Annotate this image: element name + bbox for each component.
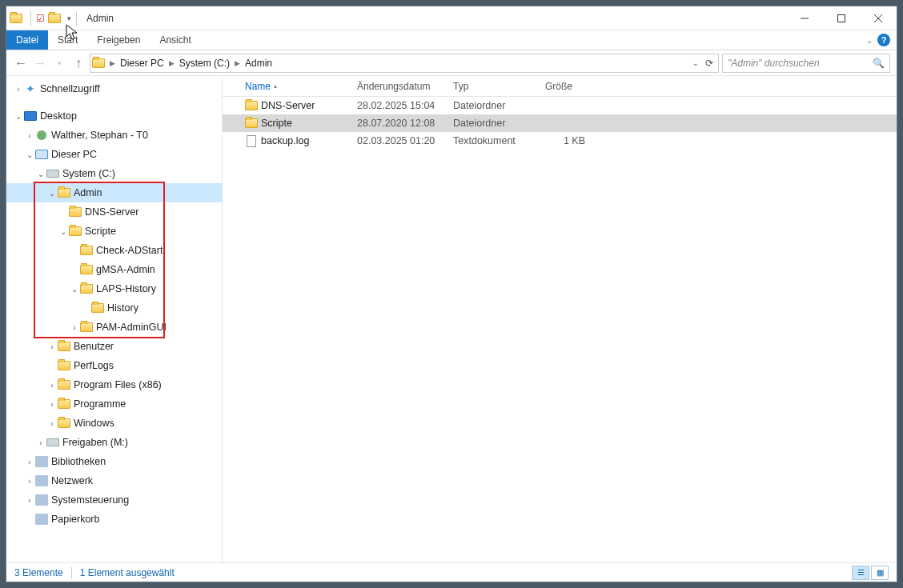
expander-icon[interactable]: ⌄ <box>46 189 58 198</box>
folder-icon <box>58 398 70 410</box>
back-button[interactable]: ← <box>13 55 29 71</box>
close-button[interactable] <box>860 6 897 30</box>
file-list[interactable]: DNS-Server28.02.2025 15:04DateiordnerScr… <box>223 97 897 150</box>
tree-item[interactable]: ›Program Files (x86) <box>6 375 222 394</box>
view-icons-button[interactable]: ▦ <box>871 566 889 580</box>
tree-item[interactable]: ›Windows <box>6 414 222 433</box>
expander-icon[interactable]: ⌄ <box>35 170 46 178</box>
chevron-right-icon[interactable]: ▶ <box>233 59 242 67</box>
ribbon-tab-file[interactable]: Datei <box>6 30 48 50</box>
tree-item[interactable]: gMSA-Admin <box>6 260 222 279</box>
col-date[interactable]: Änderungsdatum <box>357 81 430 92</box>
tree-item[interactable]: Papierkorb <box>6 510 222 529</box>
tree-item[interactable]: DNS-Server <box>6 202 222 222</box>
expander-icon[interactable]: › <box>46 419 58 428</box>
tree-item[interactable]: ›Benutzer <box>6 337 222 356</box>
tree-item-label: Freigaben (M:) <box>62 437 128 448</box>
file-icon <box>245 134 258 147</box>
navigation-pane[interactable]: ›✦Schnellzugriff⌄Desktop›Walther, Stepha… <box>6 76 223 562</box>
status-selected: 1 Element ausgewählt <box>80 567 175 578</box>
col-name[interactable]: Name <box>245 81 271 92</box>
ribbon-tab-start[interactable]: Start <box>48 30 87 50</box>
search-input[interactable]: "Admin" durchsuchen 🔍 <box>722 54 890 73</box>
item-type: Dateiordner <box>445 100 537 111</box>
refresh-icon[interactable]: ⟳ <box>700 58 713 69</box>
tree-item[interactable]: ⌄Admin <box>6 183 222 202</box>
expander-icon[interactable]: ⌄ <box>13 112 24 121</box>
expander-icon[interactable]: › <box>24 131 35 140</box>
qat-properties-icon[interactable]: ☑ <box>36 13 45 24</box>
item-date: 28.02.2025 15:04 <box>349 100 445 111</box>
tree-item-label: DNS-Server <box>85 206 138 218</box>
tree-item[interactable]: ›✦Schnellzugriff <box>6 79 222 98</box>
forward-button[interactable]: → <box>32 55 48 71</box>
qat-dropdown-icon[interactable]: ▾ <box>67 14 71 22</box>
tree-item[interactable]: ⌄Desktop <box>6 106 222 126</box>
tree-item[interactable]: PerfLogs <box>6 356 222 375</box>
address-bar[interactable]: ▶ Dieser PC ▶ System (C:) ▶ Admin ⌄ ⟳ <box>90 54 719 73</box>
tree-item-label: Walther, Stephan - T0 <box>51 130 148 141</box>
expander-icon[interactable]: ⌄ <box>58 227 69 236</box>
folder-icon <box>69 225 82 238</box>
list-item[interactable]: DNS-Server28.02.2025 15:04Dateiordner <box>223 97 897 114</box>
breadcrumb[interactable]: Admin <box>242 54 275 72</box>
minimize-button[interactable] <box>786 6 823 30</box>
expander-icon[interactable]: › <box>13 85 24 94</box>
expander-icon[interactable]: › <box>46 381 58 390</box>
tree-item-label: LAPS-History <box>96 283 156 294</box>
column-headers[interactable]: Name▴ Änderungsdatum Typ Größe <box>223 76 897 97</box>
tree-item[interactable]: ›Bibliotheken <box>6 452 222 471</box>
tree-item[interactable]: ›Walther, Stephan - T0 <box>6 126 222 145</box>
tree-item[interactable]: Check-ADStart <box>6 241 222 260</box>
expander-icon[interactable]: › <box>24 496 35 505</box>
tree-item[interactable]: ›Systemsteuerung <box>6 490 222 510</box>
col-size[interactable]: Größe <box>545 81 572 92</box>
tree-item[interactable]: ⌄Dieser PC <box>6 145 222 164</box>
chevron-right-icon[interactable]: ▶ <box>108 59 117 67</box>
expander-icon[interactable]: ⌄ <box>24 150 35 159</box>
status-bar: 3 Elemente 1 Element ausgewählt ☰ ▦ <box>6 562 897 582</box>
tree-item[interactable]: ›Programme <box>6 394 222 414</box>
col-type[interactable]: Typ <box>453 81 468 92</box>
breadcrumb[interactable]: Dieser PC <box>117 54 167 72</box>
tree-item[interactable]: ⌄Scripte <box>6 222 222 241</box>
item-date: 28.07.2020 12:08 <box>349 118 445 129</box>
help-icon[interactable]: ? <box>877 34 890 46</box>
search-placeholder: "Admin" durchsuchen <box>728 58 820 69</box>
tree-item-label: Schnellzugriff <box>40 83 100 94</box>
folder-icon <box>58 340 70 353</box>
ribbon-tab-share[interactable]: Freigeben <box>87 30 150 50</box>
tree-item[interactable]: ›Freigaben (M:) <box>6 433 222 452</box>
folder-icon <box>58 359 70 372</box>
recent-dropdown[interactable]: ▾ <box>51 55 67 71</box>
up-button[interactable]: ↑ <box>70 55 86 71</box>
address-dropdown-icon[interactable]: ⌄ <box>692 59 699 67</box>
list-item[interactable]: backup.log02.03.2025 01:20Textdokument1 … <box>223 132 897 150</box>
tree-item[interactable]: ⌄LAPS-History <box>6 279 222 298</box>
item-name: backup.log <box>261 135 309 146</box>
expander-icon[interactable]: › <box>46 400 58 409</box>
search-icon[interactable]: 🔍 <box>873 58 885 69</box>
breadcrumb[interactable]: System (C:) <box>176 54 233 72</box>
expander-icon[interactable]: › <box>24 477 35 486</box>
tree-item-label: Bibliotheken <box>51 456 106 467</box>
tree-item[interactable]: ›Netzwerk <box>6 471 222 490</box>
chevron-right-icon[interactable]: ▶ <box>167 59 176 67</box>
qat-newfolder-icon[interactable] <box>48 12 61 25</box>
expander-icon[interactable]: › <box>35 438 46 447</box>
maximize-button[interactable] <box>823 6 860 30</box>
view-details-button[interactable]: ☰ <box>852 566 869 580</box>
item-name: Scripte <box>261 118 292 129</box>
tree-item[interactable]: History <box>6 298 222 318</box>
folder-icon <box>80 321 93 334</box>
bin-icon <box>35 513 48 526</box>
expander-icon[interactable]: › <box>24 458 35 466</box>
ribbon-tab-view[interactable]: Ansicht <box>150 30 200 50</box>
expander-icon[interactable]: › <box>46 342 58 351</box>
list-item[interactable]: Scripte28.07.2020 12:08Dateiordner <box>223 114 897 132</box>
ribbon-expand-icon[interactable]: ⌄ <box>866 36 873 45</box>
expander-icon[interactable]: ⌄ <box>69 285 80 294</box>
expander-icon[interactable]: › <box>69 323 80 332</box>
tree-item[interactable]: ⌄System (C:) <box>6 164 222 183</box>
tree-item[interactable]: ›PAM-AdminGUI <box>6 318 222 337</box>
